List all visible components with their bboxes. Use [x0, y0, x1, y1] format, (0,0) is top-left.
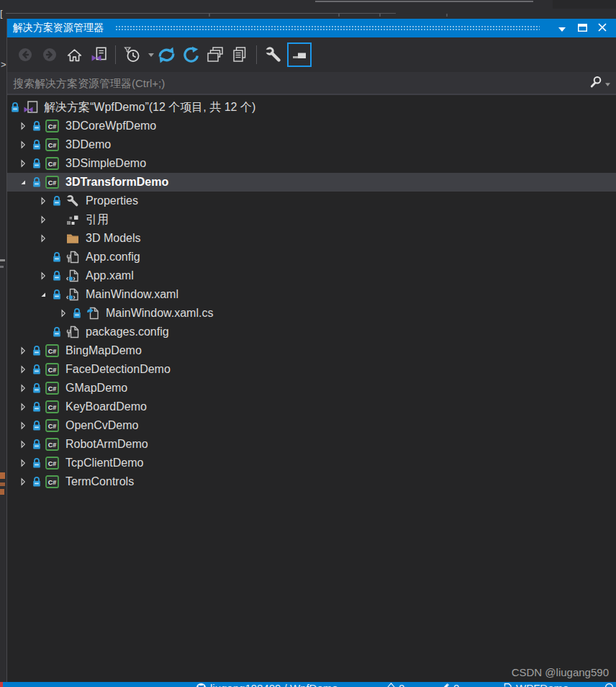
tree-row[interactable]: C#OpenCvDemo	[7, 416, 616, 435]
csharp-project-icon: C#	[45, 438, 60, 451]
pending-changes-filter-button[interactable]	[122, 44, 143, 66]
tree-row[interactable]: C#GMapDemo	[7, 379, 616, 398]
switch-views-button[interactable]	[88, 44, 109, 66]
tree-row[interactable]: 解决方案“WpfDemo”(12 个项目, 共 12 个)	[7, 98, 616, 117]
collapsed-panel-chevron-icon[interactable]: >	[1, 59, 6, 70]
tree-item-label: 3DTransformDemo	[65, 176, 168, 189]
tree-item-label: RobotArmDemo	[65, 438, 148, 451]
panel-titlebar[interactable]: 解决方案资源管理器	[7, 19, 616, 37]
tree-row[interactable]: App.config	[7, 248, 616, 266]
csharp-project-icon: C#	[45, 176, 60, 189]
search-icon[interactable]	[590, 76, 602, 91]
tree-row[interactable]: C#3DCoreWpfDemo	[7, 117, 616, 135]
tree-item-label: 3DCoreWpfDemo	[65, 120, 156, 133]
expand-chevron-icon[interactable]	[37, 195, 49, 207]
expand-chevron-icon[interactable]	[17, 382, 29, 394]
dock-window-icon	[578, 22, 587, 35]
edit-count: 0	[453, 683, 459, 687]
xaml-file-icon	[65, 288, 80, 301]
tree-row[interactable]: C#FaceDetectionDemo	[7, 360, 616, 379]
csharp-project-icon: C#	[45, 157, 60, 170]
expand-chevron-icon[interactable]	[17, 457, 29, 469]
tree-row[interactable]: C#3DSimpleDemo	[7, 154, 616, 173]
collapse-all-button[interactable]	[204, 44, 226, 66]
expand-chevron-icon[interactable]	[17, 364, 29, 375]
tree-item-label: 3D Models	[86, 232, 140, 245]
tree-row[interactable]: C#3DTransformDemo	[7, 173, 616, 192]
lock-icon	[32, 457, 42, 469]
panel-title: 解决方案资源管理器	[13, 22, 104, 35]
expand-chevron-icon[interactable]	[37, 270, 49, 282]
solution-explorer-panel: 解决方案资源管理器 解决方案“WpfDemo”(12 个项目, 共 12 个)C…	[7, 19, 616, 682]
refresh-button[interactable]	[180, 44, 201, 66]
csharp-project-icon: C#	[45, 363, 60, 376]
copy-pages-button[interactable]	[229, 44, 250, 66]
tree-row[interactable]: packages.config	[7, 323, 616, 341]
push-status[interactable]: 0	[387, 683, 414, 687]
window-position-button[interactable]	[554, 21, 570, 35]
expand-chevron-icon[interactable]	[37, 214, 49, 225]
expand-chevron-icon[interactable]	[58, 307, 69, 319]
tree-row[interactable]: C#TermControls	[7, 472, 616, 491]
expand-chevron-icon[interactable]	[17, 439, 29, 450]
tree-row[interactable]: C#TcpClientDemo	[7, 454, 616, 472]
tree-item-label: TcpClientDemo	[65, 457, 143, 470]
expand-chevron-icon[interactable]	[17, 420, 29, 431]
properties-button[interactable]	[263, 44, 284, 66]
sync-icon	[157, 46, 176, 64]
search-bar[interactable]	[7, 72, 616, 95]
preview-selected-items-button[interactable]	[287, 42, 312, 67]
expand-chevron-icon[interactable]	[17, 120, 29, 132]
repo-label: liugang198409 / WpfDemo	[210, 683, 338, 687]
titlebar-drag-texture[interactable]	[115, 25, 540, 32]
maximize-button[interactable]	[574, 21, 590, 35]
expand-chevron-icon[interactable]	[17, 476, 29, 488]
sync-with-active-document-button[interactable]	[155, 44, 177, 66]
search-options-caret-icon[interactable]	[605, 76, 610, 89]
toolbar-dropdown-caret-icon[interactable]	[148, 53, 154, 57]
corner-block	[553, 0, 616, 9]
close-button[interactable]	[594, 21, 610, 35]
tree-item-label: packages.config	[86, 325, 169, 338]
clipped-tab-fragment	[0, 489, 4, 495]
clipped-text-fragment: [	[0, 8, 3, 19]
collapse-chevron-icon[interactable]	[37, 289, 49, 300]
tree-row[interactable]: MainWindow.xaml	[7, 285, 616, 304]
branch-status[interactable]: WPFDemo	[502, 683, 569, 687]
wrench-icon	[265, 46, 282, 63]
tree-row[interactable]: App.xaml	[7, 266, 616, 285]
edit-status[interactable]: 0	[440, 683, 459, 687]
forward-button[interactable]	[39, 44, 60, 66]
clipped-tab-fragment	[0, 472, 5, 479]
window-edge-line	[315, 1, 533, 2]
tree-item-label: KeyBoardDemo	[65, 400, 147, 413]
source-control-repo[interactable]: liugang198409 / WpfDemo	[196, 683, 338, 687]
svg-text:C#: C#	[48, 404, 57, 411]
clipped-status-icon[interactable]	[604, 683, 614, 687]
tree-row[interactable]: C#BingMapDemo	[7, 341, 616, 360]
expand-chevron-icon[interactable]	[17, 158, 29, 169]
bell-icon	[604, 683, 614, 687]
expand-chevron-icon[interactable]	[17, 401, 29, 413]
expand-chevron-icon[interactable]	[17, 139, 29, 151]
lock-icon	[32, 120, 42, 132]
lock-icon	[10, 102, 20, 113]
tree-row[interactable]: C#RobotArmDemo	[7, 435, 616, 454]
tree-row[interactable]: C#KeyBoardDemo	[7, 398, 616, 416]
home-button[interactable]	[63, 44, 85, 66]
tree-item-label: App.xaml	[86, 269, 134, 282]
expand-chevron-icon[interactable]	[37, 233, 49, 244]
tree-row[interactable]: 3D Models	[7, 229, 616, 248]
tree-row[interactable]: 引用	[7, 210, 616, 229]
search-input[interactable]	[13, 77, 590, 89]
expand-chevron-icon[interactable]	[17, 345, 29, 356]
caret-up-icon	[408, 683, 414, 687]
collapse-chevron-icon[interactable]	[17, 176, 29, 188]
back-button[interactable]	[14, 44, 36, 66]
tree-item-label: 解决方案“WpfDemo”(12 个项目, 共 12 个)	[44, 100, 255, 115]
svg-text:C#: C#	[48, 123, 57, 130]
tree-row[interactable]: C#3DDemo	[7, 135, 616, 154]
tree-row[interactable]: MainWindow.xaml.cs	[7, 304, 616, 323]
preview-panel-icon	[291, 48, 307, 62]
tree-row[interactable]: Properties	[7, 192, 616, 210]
